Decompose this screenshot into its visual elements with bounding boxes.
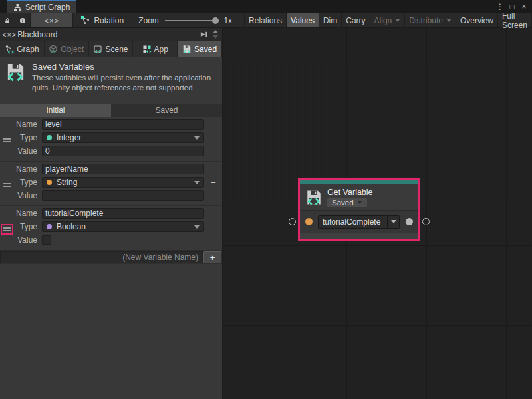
variable-name-dropdown[interactable]: tutorialComplete [318, 215, 388, 229]
node-footer [300, 233, 418, 239]
tab-graph[interactable]: Graph [0, 41, 45, 57]
lock-icon [4, 16, 11, 25]
type-label: Type [13, 178, 37, 187]
title-bar: Script Graph ⋮ □ × [0, 0, 532, 13]
zoom-slider[interactable] [165, 13, 219, 28]
variable-row-level: Name Type Integer − Value [0, 117, 222, 162]
scroll-down-icon[interactable] [213, 35, 218, 39]
new-variable-input[interactable] [0, 251, 203, 263]
variable-name-input[interactable] [42, 164, 204, 174]
chevron-down-icon [446, 19, 452, 22]
blackboard-empty-area [0, 264, 222, 399]
tab-app[interactable]: App [133, 41, 178, 57]
chevron-down-icon [395, 19, 400, 22]
variable-value-input[interactable] [42, 146, 204, 156]
saved-variables-info: Saved Variables These variables will per… [0, 57, 222, 104]
variable-type-dropdown[interactable]: String [42, 177, 204, 188]
type-label: Type [13, 222, 37, 231]
graph-canvas[interactable]: Get Variable Saved tutorialComplete [223, 28, 532, 399]
code-preview-button[interactable]: <×> [31, 13, 73, 27]
outer-output-port[interactable] [422, 218, 430, 225]
align-dropdown[interactable]: Align [370, 13, 406, 27]
drag-handle[interactable] [1, 180, 13, 190]
graph-variables-icon [5, 45, 14, 54]
carry-toggle[interactable]: Carry [342, 13, 370, 27]
output-port[interactable] [406, 218, 413, 225]
info-button[interactable] [15, 13, 31, 27]
window-title: Script Graph [25, 3, 70, 12]
chevron-down-icon [194, 181, 200, 184]
scroll-up-icon[interactable] [213, 30, 218, 33]
type-label: Type [13, 133, 37, 142]
chevron-down-icon [357, 201, 362, 204]
toolbar-toggle-group: Relations Values Dim Carry Align Distrib… [244, 13, 532, 27]
lock-button[interactable] [0, 13, 15, 27]
rotation-label: Rotation [94, 16, 124, 25]
value-label: Value [13, 146, 37, 156]
zoom-value: 1x [223, 13, 232, 27]
overview-button[interactable]: Overview [456, 13, 498, 27]
variable-name-dropdown-button[interactable] [388, 215, 400, 229]
tab-object[interactable]: Object [45, 41, 89, 57]
app-variables-icon [142, 45, 152, 54]
script-graph-icon [13, 3, 22, 12]
value-state-tabs: Initial Saved [0, 104, 222, 117]
node-header[interactable]: Get Variable Saved [300, 184, 418, 211]
variable-name-input[interactable] [42, 208, 204, 219]
remove-variable-button[interactable]: − [210, 133, 215, 142]
info-title: Saved Variables [32, 62, 217, 72]
blackboard-panel: <×> Blackboard Graph [0, 28, 223, 399]
saved-variable-icon [305, 189, 323, 206]
tab-saved[interactable]: Saved [178, 41, 222, 57]
node-port-row: tutorialComplete [300, 211, 418, 233]
values-toggle[interactable]: Values [287, 13, 319, 27]
remove-variable-button[interactable]: − [210, 178, 215, 187]
remove-variable-button[interactable]: − [210, 222, 215, 231]
chevron-down-icon [391, 220, 396, 223]
rotation-control[interactable]: Rotation [80, 13, 124, 27]
boolean-type-icon [47, 224, 52, 229]
drag-handle[interactable] [1, 135, 13, 146]
variable-type-dropdown[interactable]: Integer [42, 132, 204, 143]
add-variable-button[interactable]: + [203, 251, 221, 263]
full-screen-button[interactable]: Full Screen [498, 13, 532, 27]
drag-handle-highlight-annotation[interactable] [1, 224, 13, 235]
blackboard-header: <×> Blackboard [0, 28, 222, 41]
name-label: Name [13, 164, 37, 174]
zoom-slider-handle[interactable] [212, 17, 219, 24]
variable-row-playername: Name Type String − Value [0, 162, 222, 206]
code-icon: <×> [2, 31, 17, 39]
string-type-icon [47, 180, 52, 185]
get-variable-node[interactable]: Get Variable Saved tutorialComplete [298, 178, 420, 241]
tab-initial[interactable]: Initial [0, 104, 111, 117]
variable-value-checkbox[interactable] [42, 235, 51, 245]
graph-toolbar: <×> Rotation Zoom 1x Relations Values Di… [0, 13, 532, 28]
node-title: Get Variable [327, 188, 373, 197]
name-label: Name [13, 209, 37, 218]
rotation-icon [80, 15, 90, 25]
variable-value-input[interactable] [42, 190, 204, 201]
variable-scope-dropdown[interactable]: Saved [327, 198, 367, 207]
script-graph-tab[interactable]: Script Graph [7, 0, 76, 13]
scene-variables-icon [93, 45, 102, 54]
variable-name-input[interactable] [42, 119, 204, 130]
input-port[interactable] [305, 218, 313, 225]
name-label: Name [13, 120, 37, 129]
variable-row-tutorialcomplete: Name Type Boolean − Value [0, 206, 222, 251]
dock-icon[interactable] [200, 30, 208, 39]
node-accent-bar [300, 180, 418, 184]
relations-toggle[interactable]: Relations [245, 13, 287, 27]
saved-variables-icon [182, 45, 192, 54]
tab-saved-values[interactable]: Saved [111, 104, 222, 117]
tab-scene[interactable]: Scene [89, 41, 134, 57]
zoom-slider-track [165, 20, 219, 21]
chevron-down-icon [194, 225, 200, 229]
variable-type-dropdown[interactable]: Boolean [42, 221, 204, 232]
chevron-down-icon [194, 136, 200, 140]
dim-toggle[interactable]: Dim [319, 13, 342, 27]
distribute-dropdown[interactable]: Distribute [405, 13, 456, 27]
outer-input-port[interactable] [289, 218, 296, 225]
saved-variables-icon [5, 62, 26, 82]
scroll-steppers[interactable] [211, 30, 220, 39]
unity-visual-scripting-window: Script Graph ⋮ □ × <×> [0, 0, 532, 399]
